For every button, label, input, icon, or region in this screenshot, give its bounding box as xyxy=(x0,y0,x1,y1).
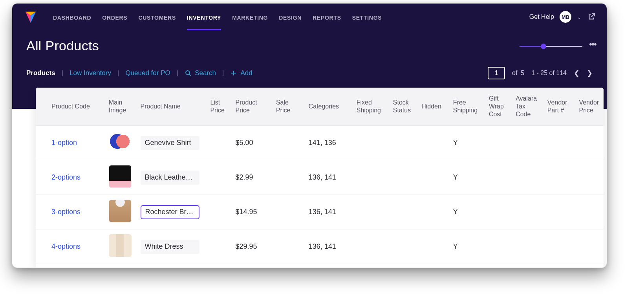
free-shipping-cell[interactable]: Y xyxy=(449,229,485,264)
vendor-price-cell[interactable] xyxy=(575,195,604,229)
product-name-input[interactable] xyxy=(141,136,199,150)
categories-cell[interactable]: 136, 141 xyxy=(305,160,353,195)
product-thumbnail[interactable] xyxy=(109,200,132,222)
page-input[interactable] xyxy=(488,67,505,79)
col-header[interactable]: List Price xyxy=(206,88,231,126)
product-thumbnail[interactable] xyxy=(109,234,132,257)
fixed-shipping-cell[interactable] xyxy=(353,195,389,229)
avalara-cell[interactable] xyxy=(512,195,543,229)
product-name-input[interactable] xyxy=(141,240,199,254)
col-header[interactable]: Main Image xyxy=(105,88,137,126)
stock-status-cell[interactable] xyxy=(389,126,417,160)
fixed-shipping-cell[interactable] xyxy=(353,160,389,195)
nav-orders[interactable]: ORDERS xyxy=(102,6,127,28)
sale-price-cell[interactable] xyxy=(272,264,305,268)
avatar[interactable]: MB xyxy=(560,11,571,23)
hidden-cell[interactable] xyxy=(417,229,449,264)
col-header[interactable]: Avalara Tax Code xyxy=(512,88,543,126)
fixed-shipping-cell[interactable] xyxy=(353,126,389,160)
vendor-part-cell[interactable] xyxy=(543,160,575,195)
categories-cell[interactable]: 136, 141 xyxy=(305,229,353,264)
list-price-cell[interactable] xyxy=(206,195,231,229)
stock-status-cell[interactable] xyxy=(389,264,417,268)
app-logo[interactable] xyxy=(23,9,38,24)
product-price-cell[interactable]: $14.95 xyxy=(232,195,272,229)
free-shipping-cell[interactable]: Y xyxy=(449,126,485,160)
search-button[interactable]: Search xyxy=(185,69,216,77)
nav-dashboard[interactable]: DASHBOARD xyxy=(53,6,91,28)
product-price-cell[interactable]: $5.00 xyxy=(232,126,272,160)
product-code-link[interactable]: 4-options xyxy=(51,242,80,250)
free-shipping-cell[interactable]: Y xyxy=(449,160,485,195)
product-code-link[interactable]: 1-option xyxy=(51,139,77,147)
categories-cell[interactable]: 136, 141 xyxy=(305,195,353,229)
avalara-cell[interactable] xyxy=(512,229,543,264)
col-header[interactable]: Vendor Part # xyxy=(543,88,575,126)
avalara-cell[interactable] xyxy=(512,160,543,195)
product-name-input[interactable] xyxy=(141,205,199,219)
vendor-price-cell[interactable] xyxy=(575,264,604,268)
free-shipping-cell[interactable]: Y xyxy=(449,195,485,229)
hidden-cell[interactable] xyxy=(417,195,449,229)
vendor-price-cell[interactable] xyxy=(575,229,604,264)
vendor-part-cell[interactable] xyxy=(543,126,575,160)
avatar-chevron-icon[interactable]: ⌄ xyxy=(577,14,582,20)
gift-wrap-cell[interactable] xyxy=(485,195,512,229)
nav-inventory[interactable]: INVENTORY xyxy=(187,6,221,28)
more-menu-icon[interactable]: ••• xyxy=(589,43,596,47)
nav-settings[interactable]: SETTINGS xyxy=(352,6,382,28)
col-header[interactable]: Gift Wrap Cost xyxy=(485,88,512,126)
product-code-link[interactable]: 2-options xyxy=(51,173,80,181)
col-header[interactable]: Product Code xyxy=(36,88,105,126)
vendor-part-cell[interactable] xyxy=(543,264,575,268)
product-thumbnail[interactable] xyxy=(109,130,132,153)
list-price-cell[interactable] xyxy=(206,126,231,160)
gift-wrap-cell[interactable] xyxy=(485,264,512,268)
vendor-part-cell[interactable] xyxy=(543,229,575,264)
vendor-price-cell[interactable] xyxy=(575,126,604,160)
col-header[interactable]: Product Name xyxy=(137,88,207,126)
add-button[interactable]: Add xyxy=(230,69,252,77)
fixed-shipping-cell[interactable] xyxy=(353,229,389,264)
list-price-cell[interactable] xyxy=(206,160,231,195)
tab-queued-po[interactable]: Queued for PO xyxy=(125,69,170,77)
page-next-icon[interactable]: ❯ xyxy=(587,69,593,77)
hidden-cell[interactable] xyxy=(417,126,449,160)
fixed-shipping-cell[interactable] xyxy=(353,264,389,268)
sale-price-cell[interactable] xyxy=(272,126,305,160)
product-price-cell[interactable]: $11.99 xyxy=(232,264,272,268)
gift-wrap-cell[interactable] xyxy=(485,229,512,264)
col-header[interactable]: Vendor Price xyxy=(575,88,604,126)
vendor-price-cell[interactable] xyxy=(575,160,604,195)
tab-products[interactable]: Products xyxy=(26,69,55,77)
nav-marketing[interactable]: MARKETING xyxy=(232,6,268,28)
col-header[interactable]: Hidden xyxy=(417,88,449,126)
zoom-slider[interactable] xyxy=(520,46,582,47)
list-price-cell[interactable] xyxy=(206,229,231,264)
col-header[interactable]: Categories xyxy=(305,88,353,126)
stock-status-cell[interactable] xyxy=(389,160,417,195)
page-prev-icon[interactable]: ❮ xyxy=(574,69,580,77)
tab-low-inventory[interactable]: Low Inventory xyxy=(70,69,111,77)
hidden-cell[interactable] xyxy=(417,160,449,195)
nav-design[interactable]: DESIGN xyxy=(279,6,302,28)
categories-cell[interactable]: 136, 141 xyxy=(305,264,353,268)
open-external-icon[interactable] xyxy=(587,13,596,21)
stock-status-cell[interactable] xyxy=(389,229,417,264)
gift-wrap-cell[interactable] xyxy=(485,126,512,160)
product-price-cell[interactable]: $29.95 xyxy=(232,229,272,264)
col-header[interactable]: Sale Price xyxy=(272,88,305,126)
avalara-cell[interactable] xyxy=(512,126,543,160)
stock-status-cell[interactable] xyxy=(389,195,417,229)
col-header[interactable]: Fixed Shipping xyxy=(353,88,389,126)
product-code-link[interactable]: 3-options xyxy=(51,208,80,216)
product-price-cell[interactable]: $2.99 xyxy=(232,160,272,195)
vendor-part-cell[interactable] xyxy=(543,195,575,229)
hidden-cell[interactable] xyxy=(417,264,449,268)
nav-reports[interactable]: REPORTS xyxy=(313,6,341,28)
col-header[interactable]: Stock Status xyxy=(389,88,417,126)
nav-customers[interactable]: CUSTOMERS xyxy=(138,6,176,28)
gift-wrap-cell[interactable] xyxy=(485,160,512,195)
sale-price-cell[interactable] xyxy=(272,160,305,195)
sale-price-cell[interactable] xyxy=(272,229,305,264)
